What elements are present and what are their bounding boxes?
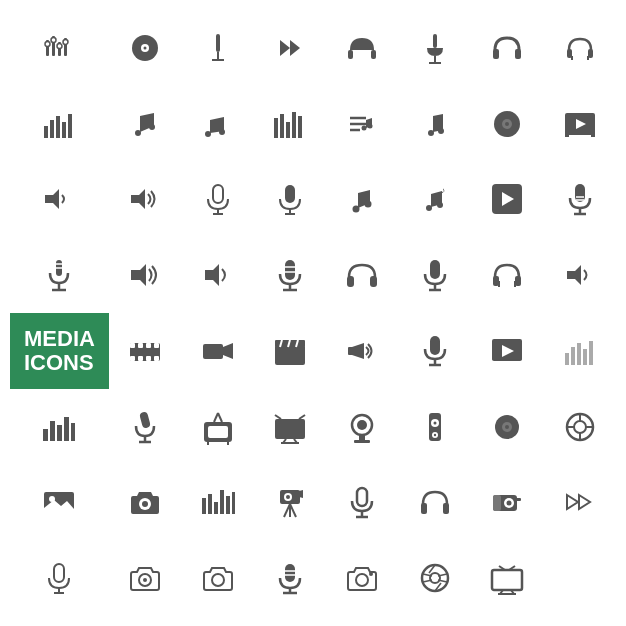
cell-r5c7 bbox=[471, 313, 543, 389]
svg-point-199 bbox=[212, 574, 224, 586]
svg-rect-99 bbox=[138, 343, 143, 348]
volume-medium-icon bbox=[200, 257, 236, 293]
svg-marker-107 bbox=[223, 343, 233, 359]
volume-max-icon bbox=[127, 257, 163, 293]
svg-point-205 bbox=[356, 574, 368, 586]
headphones3-icon bbox=[562, 30, 598, 66]
svg-rect-31 bbox=[68, 114, 72, 138]
svg-rect-114 bbox=[348, 347, 353, 355]
svg-marker-96 bbox=[567, 265, 581, 285]
cell-r6c7 bbox=[399, 389, 471, 465]
svg-rect-40 bbox=[298, 116, 302, 138]
mic-retro-icon bbox=[272, 257, 308, 293]
svg-point-50 bbox=[505, 122, 509, 126]
cell-r4c2 bbox=[109, 237, 181, 313]
svg-rect-182 bbox=[357, 488, 367, 506]
cell-r5c3 bbox=[181, 313, 253, 389]
cell-r2c8 bbox=[544, 86, 616, 162]
svg-rect-169 bbox=[202, 498, 206, 514]
svg-point-181 bbox=[286, 495, 290, 499]
cell-r4c1 bbox=[10, 237, 109, 313]
mic-big-icon bbox=[417, 333, 453, 369]
svg-marker-192 bbox=[567, 495, 578, 509]
single-note-icon bbox=[417, 106, 453, 142]
svg-rect-39 bbox=[292, 112, 296, 138]
svg-point-7 bbox=[63, 39, 68, 44]
mic-retro2-icon bbox=[272, 560, 308, 596]
camera-outline2-icon bbox=[200, 560, 236, 596]
video-play-icon bbox=[562, 106, 598, 142]
svg-rect-122 bbox=[571, 347, 575, 365]
svg-rect-131 bbox=[139, 411, 151, 429]
shutter-outline-icon bbox=[417, 560, 453, 596]
svg-point-35 bbox=[219, 129, 225, 135]
mic-stand2-icon bbox=[41, 257, 77, 293]
svg-rect-171 bbox=[214, 502, 218, 514]
svg-rect-188 bbox=[493, 495, 501, 511]
cell-r2c4 bbox=[254, 86, 326, 162]
svg-rect-101 bbox=[154, 343, 159, 348]
svg-point-63 bbox=[353, 206, 360, 213]
svg-rect-126 bbox=[43, 429, 48, 441]
music-notes-icon bbox=[200, 106, 236, 142]
equalizer-icon bbox=[41, 30, 77, 66]
svg-rect-57 bbox=[213, 185, 223, 203]
svg-rect-98 bbox=[130, 343, 135, 348]
svg-point-46 bbox=[428, 130, 434, 136]
svg-point-5 bbox=[51, 37, 56, 42]
cell-r6c5 bbox=[254, 389, 326, 465]
svg-marker-55 bbox=[45, 189, 59, 209]
equalizer3-icon bbox=[200, 484, 236, 520]
headphones2-icon bbox=[489, 30, 525, 66]
svg-line-136 bbox=[218, 413, 222, 422]
cell-r8c4 bbox=[181, 540, 253, 616]
mic-stand-icon bbox=[417, 30, 453, 66]
cell-r7c8 bbox=[471, 465, 543, 541]
mic-podium-icon bbox=[417, 257, 453, 293]
tv-modern-icon bbox=[272, 409, 308, 445]
svg-point-206 bbox=[369, 572, 373, 576]
svg-rect-30 bbox=[62, 122, 66, 138]
svg-line-144 bbox=[275, 415, 281, 419]
main-container: ♪ bbox=[0, 0, 626, 626]
svg-rect-140 bbox=[275, 419, 305, 439]
svg-point-168 bbox=[142, 501, 148, 507]
play-circle-icon bbox=[489, 181, 525, 217]
svg-rect-124 bbox=[583, 349, 587, 365]
mic-angle-icon bbox=[127, 409, 163, 445]
svg-rect-186 bbox=[443, 503, 449, 514]
cell-r4c6 bbox=[399, 237, 471, 313]
tv-retro-icon bbox=[200, 409, 236, 445]
svg-rect-102 bbox=[130, 356, 135, 361]
cell-r4c4 bbox=[254, 237, 326, 313]
cell-r8c1 bbox=[544, 465, 616, 541]
cell-r3c4 bbox=[254, 162, 326, 238]
svg-point-32 bbox=[135, 130, 141, 136]
vinyl-icon bbox=[489, 106, 525, 142]
cell-r8c3 bbox=[109, 540, 181, 616]
svg-rect-21 bbox=[493, 49, 499, 59]
headphones4-icon bbox=[344, 257, 380, 293]
camera-icon bbox=[127, 484, 163, 520]
cell-r6c6 bbox=[326, 389, 398, 465]
cell-r7c3 bbox=[109, 465, 181, 541]
cell-r1c1 bbox=[10, 10, 109, 86]
megaphone-icon bbox=[344, 333, 380, 369]
svg-rect-60 bbox=[285, 185, 295, 203]
svg-marker-56 bbox=[131, 189, 145, 209]
headphones-icon bbox=[344, 30, 380, 66]
svg-rect-28 bbox=[50, 120, 54, 138]
cell-r8c7 bbox=[399, 540, 471, 616]
svg-rect-53 bbox=[565, 133, 569, 137]
svg-point-45 bbox=[368, 123, 373, 128]
cell-r4c3 bbox=[181, 237, 253, 313]
svg-rect-170 bbox=[208, 494, 212, 514]
tv-outline-icon bbox=[489, 560, 525, 596]
svg-rect-185 bbox=[421, 503, 427, 514]
svg-rect-37 bbox=[280, 114, 284, 138]
cell-r1c2 bbox=[109, 10, 181, 86]
svg-point-6 bbox=[57, 43, 62, 48]
volume-low2-icon bbox=[562, 257, 598, 293]
svg-point-10 bbox=[144, 46, 147, 49]
icon-grid: ♪ bbox=[10, 10, 616, 616]
